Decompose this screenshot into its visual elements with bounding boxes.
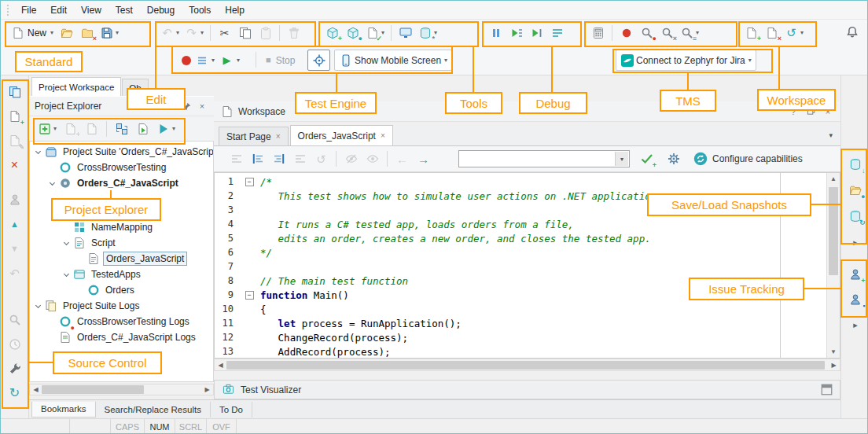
restore-layout-button[interactable]: ↺▾ — [782, 23, 806, 43]
tab-project-workspace[interactable]: Project Workspace — [31, 77, 121, 96]
comment-lines-button[interactable] — [290, 149, 310, 169]
indent-lines-button[interactable] — [248, 149, 267, 169]
tree-item-crossbrowsertesting-logs[interactable]: ●CrossBrowserTesting Logs — [30, 314, 213, 329]
save-all-button[interactable]: ▾ — [97, 23, 121, 43]
pin-icon[interactable] — [180, 100, 193, 112]
menu-debug[interactable]: Debug — [140, 2, 182, 19]
open-button[interactable] — [57, 23, 76, 43]
toggle-breakpoint-button[interactable] — [616, 23, 636, 43]
notifications-button[interactable] — [842, 22, 862, 42]
new-workspace-item-button[interactable]: + — [741, 23, 761, 43]
outdent-lines-button[interactable] — [269, 149, 289, 169]
snapshots-more-button[interactable]: ▸ — [845, 232, 866, 252]
tree-item-orders-javascript[interactable]: Orders_JavaScript — [30, 251, 213, 267]
scroll-right-icon[interactable]: ▶ — [201, 386, 213, 393]
find-close-button[interactable]: × — [657, 23, 677, 43]
editor-options-button[interactable] — [664, 149, 683, 169]
add-existing-item-button[interactable]: + — [61, 119, 80, 139]
stop-button[interactable]: ■ Stop — [262, 50, 299, 71]
tab-list-icon[interactable]: ▾ — [829, 131, 833, 139]
show-hints-button[interactable] — [362, 149, 382, 169]
connect-zephyr-button[interactable]: Connect to Zephyr for Jira ▾ — [616, 50, 756, 71]
expander-icon[interactable] — [33, 151, 43, 153]
scroll-down-icon[interactable]: ▼ — [827, 346, 840, 358]
run-project-suite-button[interactable]: ▾ — [154, 119, 178, 139]
format-code-button[interactable] — [226, 149, 246, 169]
sc-options-button[interactable] — [4, 359, 26, 379]
menu-file[interactable]: File — [14, 2, 43, 19]
menu-tools[interactable]: Tools — [182, 2, 218, 19]
find-red-button[interactable]: ● — [637, 23, 657, 43]
find-lines-button[interactable]: ≡▾ — [678, 23, 701, 43]
record-test-button[interactable]: ▾ — [175, 50, 219, 71]
scroll-thumb[interactable] — [226, 361, 825, 370]
close-icon[interactable]: × — [196, 100, 208, 112]
close-button[interactable]: × — [77, 23, 97, 43]
save-snapshot-button[interactable]: ↓ — [845, 154, 866, 175]
cut-button[interactable]: ✂ — [215, 23, 234, 43]
navigation-combo[interactable]: ▾ — [458, 150, 630, 167]
run-test-button[interactable]: ▶ ▾ — [216, 50, 244, 71]
edit-file-button[interactable]: ✎ — [4, 131, 26, 151]
snapshot-list-button[interactable]: ↻ — [845, 206, 866, 226]
hide-code-button[interactable] — [341, 149, 361, 169]
tab-to-do[interactable]: To Do — [211, 402, 252, 417]
check-out-button[interactable]: ▼ — [4, 238, 26, 259]
tree-item-crossbrowsertesting[interactable]: CrossBrowserTesting — [30, 160, 213, 175]
compare-screens-button[interactable] — [395, 23, 415, 43]
sc-refresh-button[interactable]: ↻ — [4, 383, 26, 403]
remove-item-button[interactable] — [82, 119, 101, 139]
close-tab-icon[interactable]: × — [276, 132, 281, 141]
copy-button[interactable] — [235, 23, 255, 43]
scroll-right-icon[interactable]: ▶ — [828, 362, 840, 369]
checkpoint-wizard-button[interactable]: ✓▾ — [363, 23, 387, 43]
chevron-down-icon[interactable]: ▾ — [615, 152, 628, 166]
menu-view[interactable]: View — [74, 2, 108, 19]
tab-ob[interactable]: Ob — [122, 79, 148, 96]
evaluate-button[interactable] — [588, 23, 608, 43]
tree-item-namemapping[interactable]: NameMapping — [30, 219, 213, 235]
delete-button[interactable] — [284, 23, 303, 43]
syntax-check-button[interactable]: + — [637, 149, 657, 169]
load-snapshot-button[interactable]: ● — [845, 180, 866, 200]
run-project-button[interactable] — [133, 119, 153, 139]
scroll-left-icon[interactable]: ◀ — [215, 362, 226, 369]
new-button[interactable]: New▾ — [9, 23, 56, 43]
select-panel-button[interactable] — [4, 82, 26, 102]
tab-search-replace-results[interactable]: Search/Replace Results — [96, 402, 211, 417]
scroll-thumb[interactable] — [829, 187, 838, 275]
add-file-button[interactable]: + — [4, 106, 26, 127]
scroll-left-icon[interactable]: ◀ — [30, 386, 42, 393]
horizontal-scrollbar[interactable]: ◀ ▶ — [29, 384, 214, 395]
expand-panel-icon[interactable] — [820, 384, 833, 396]
code-editor[interactable]: 1−/*2 This test shows how to simulate us… — [214, 172, 840, 359]
issues-more-button[interactable]: ▸ — [845, 314, 866, 335]
tree-item-orders-c-javascript[interactable]: Orders_C#_JavaScript — [30, 175, 213, 191]
run-selected-button[interactable] — [527, 23, 546, 43]
chevron-down-icon[interactable]: ▾ — [164, 100, 177, 112]
expander-icon[interactable] — [47, 182, 57, 185]
help-icon[interactable]: ? — [149, 100, 161, 112]
paste-button[interactable] — [256, 23, 275, 43]
test-visualizer-bar[interactable]: Test Visualizer — [214, 380, 840, 399]
point-and-fix-button[interactable] — [307, 50, 330, 71]
tab-start-page[interactable]: Start Page× — [219, 127, 289, 145]
close-icon[interactable]: × — [822, 105, 834, 118]
scroll-thumb[interactable] — [42, 385, 144, 394]
horizontal-scrollbar[interactable]: ◀ ▶ — [214, 359, 840, 371]
undo-button[interactable]: ↶▾ — [158, 23, 182, 43]
tree-item-project-suite-orders-c-javascript-1[interactable]: Project Suite 'Orders_C#_JavaScript' (1 — [30, 144, 213, 160]
tab-bookmarks[interactable]: Bookmarks — [31, 402, 96, 417]
tree-item-script[interactable]: Script — [30, 235, 213, 251]
menu-test[interactable]: Test — [108, 2, 140, 19]
undo-checkout-button[interactable]: ↶ — [4, 263, 26, 283]
expander-icon[interactable] — [33, 305, 43, 307]
pause-button[interactable] — [486, 23, 506, 43]
help-icon[interactable]: ? — [787, 105, 800, 118]
web-testing-button[interactable]: ● — [343, 23, 362, 43]
check-in-button[interactable]: ▲ — [4, 214, 26, 234]
restore-window-icon[interactable] — [804, 105, 817, 118]
run-to-cursor-button[interactable] — [506, 23, 526, 43]
redo-button[interactable]: ↷▾ — [182, 23, 206, 43]
sc-history-button[interactable] — [4, 334, 26, 355]
